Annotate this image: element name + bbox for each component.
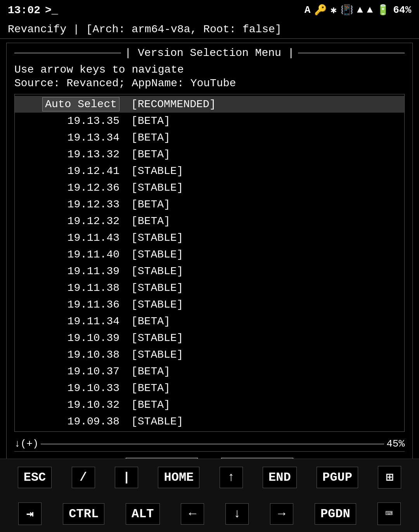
wifi-icon: ▲ (357, 4, 363, 16)
keyboard-key-ALT[interactable]: ALT (126, 503, 160, 525)
version-number: 19.12.32 (23, 215, 131, 227)
version-number: 19.10.38 (23, 349, 131, 361)
progress-pct: 45% (386, 438, 405, 450)
version-number: 19.11.43 (23, 232, 131, 244)
version-number: 19.10.39 (23, 332, 131, 344)
version-tag: [BETA] (131, 315, 396, 327)
keyboard-key-[interactable]: ↑ (220, 467, 243, 488)
version-tag: [STABLE] (131, 165, 396, 177)
battery-pct: 64% (393, 4, 411, 16)
status-bar: 13:02 >_ A 🔑 ✱ 📳 ▲ ▲ 🔋 64% (0, 0, 419, 20)
version-row[interactable]: 19.10.39[STABLE] (15, 330, 404, 346)
version-number: 19.11.40 (23, 249, 131, 261)
version-tag: [STABLE] (131, 282, 396, 294)
version-tag: [BETA] (131, 115, 396, 127)
menu-title-row: | Version Selection Menu | (14, 47, 405, 59)
version-tag: [STABLE] (131, 299, 396, 311)
keyboard-key-[interactable]: ↓ (225, 503, 249, 525)
progress-line (41, 444, 384, 444)
version-tag: [BETA] (131, 198, 396, 210)
nav-hint-text-1: Use arrow keys to navigate (14, 64, 184, 76)
version-tag: [BETA] (131, 382, 396, 394)
title-dash-right (298, 53, 405, 53)
version-tag: [BETA] (131, 148, 396, 160)
version-number: 19.12.36 (23, 182, 131, 194)
keyboard-area: ESC/|HOME↑ENDPGUP⊞ ⇥CTRLALT←↓→PGDN⌨ (0, 459, 419, 532)
version-tag: [RECOMMENDED] (131, 98, 396, 110)
version-tag: [BETA] (131, 399, 396, 411)
version-number: 19.12.41 (23, 165, 131, 177)
keyboard-key-[interactable]: ⊞ (378, 466, 401, 489)
version-row[interactable]: 19.12.41[STABLE] (15, 163, 404, 179)
version-number: 19.12.33 (23, 198, 131, 210)
keyboard-key-CTRL[interactable]: CTRL (63, 503, 104, 525)
progress-indicator: ↓(+) (14, 438, 38, 450)
keyboard-key-HOME[interactable]: HOME (158, 467, 199, 488)
version-list-box[interactable]: Auto Select[RECOMMENDED]19.13.35[BETA]19… (14, 94, 405, 432)
bluetooth-icon: ✱ (331, 4, 337, 16)
version-tag: [STABLE] (131, 332, 396, 344)
nav-hint-2: Source: Revanced; AppName: YouTube (14, 76, 405, 90)
keyboard-key-[interactable]: → (270, 503, 293, 525)
version-number: 19.11.36 (23, 299, 131, 311)
version-tag: [BETA] (131, 215, 396, 227)
keyboard-key-ESC[interactable]: ESC (18, 467, 52, 488)
version-row[interactable]: 19.11.36[STABLE] (15, 296, 404, 313)
keyboard-row-1: ESC/|HOME↑ENDPGUP⊞ (0, 459, 419, 495)
version-row[interactable]: Auto Select[RECOMMENDED] (15, 96, 404, 113)
status-right: A 🔑 ✱ 📳 ▲ ▲ 🔋 64% (305, 4, 411, 16)
version-number: 19.13.32 (23, 148, 131, 160)
version-row[interactable]: 19.11.43[STABLE] (15, 229, 404, 246)
version-row[interactable]: 19.10.32[BETA] (15, 396, 404, 413)
version-row[interactable]: 19.12.36[STABLE] (15, 179, 404, 196)
version-number: Auto Select (23, 98, 131, 110)
keyboard-letter: A (305, 4, 311, 16)
version-row[interactable]: 19.11.39[STABLE] (15, 263, 404, 280)
keyboard-key-END[interactable]: END (263, 467, 297, 488)
version-tag: [BETA] (131, 365, 396, 377)
version-tag: [STABLE] (131, 349, 396, 361)
version-tag: [STABLE] (131, 265, 396, 277)
terminal-area: | Version Selection Menu | Use arrow key… (6, 43, 413, 487)
menu-title: | Version Selection Menu | (121, 47, 298, 59)
title-dash-left (14, 53, 121, 53)
version-row[interactable]: 19.11.38[STABLE] (15, 280, 404, 296)
keyboard-row-2: ⇥CTRLALT←↓→PGDN⌨ (0, 495, 419, 532)
version-row[interactable]: 19.13.34[BETA] (15, 129, 404, 146)
keyboard-key-[interactable]: ⇥ (18, 502, 42, 525)
version-number: 19.11.39 (23, 265, 131, 277)
version-row[interactable]: 19.09.38[STABLE] (15, 413, 404, 430)
vibrate-icon: 📳 (341, 4, 353, 16)
keyboard-key-[interactable]: ← (181, 503, 204, 525)
version-tag: [STABLE] (131, 232, 396, 244)
version-row[interactable]: 19.12.32[BETA] (15, 213, 404, 229)
version-row[interactable]: 19.10.33[BETA] (15, 380, 404, 396)
version-row[interactable]: 19.13.35[BETA] (15, 113, 404, 129)
keyboard-key-[interactable]: | (115, 467, 138, 488)
version-row[interactable]: 19.11.34[BETA] (15, 313, 404, 330)
version-row[interactable]: 19.12.33[BETA] (15, 196, 404, 213)
nav-hint-1: Use arrow keys to navigate (14, 63, 405, 76)
nav-hint-text-2: Source: Revanced; AppName: YouTube (14, 77, 236, 89)
version-row[interactable]: 19.13.32[BETA] (15, 146, 404, 163)
keyboard-key-PGUP[interactable]: PGUP (317, 467, 358, 488)
version-number: 19.13.34 (23, 132, 131, 144)
keyboard-key-[interactable]: / (72, 467, 95, 488)
version-number: 19.13.35 (23, 115, 131, 127)
version-row[interactable]: 19.11.40[STABLE] (15, 246, 404, 263)
version-tag: [STABLE] (131, 249, 396, 261)
version-tag: [STABLE] (131, 416, 396, 428)
version-row[interactable]: 19.10.38[STABLE] (15, 346, 404, 363)
version-number: 19.10.33 (23, 382, 131, 394)
version-number: 19.11.34 (23, 315, 131, 327)
top-info-text: Revancify | [Arch: arm64-v8a, Root: fals… (8, 23, 282, 35)
version-number: 19.10.32 (23, 399, 131, 411)
version-row[interactable]: 19.10.37[BETA] (15, 363, 404, 380)
signal-icon: ▲ (367, 4, 373, 16)
keyboard-key-[interactable]: ⌨ (377, 502, 401, 525)
top-info-bar: Revancify | [Arch: arm64-v8a, Root: fals… (0, 20, 419, 39)
status-left: 13:02 >_ (8, 4, 58, 16)
progress-row: ↓(+) 45% (14, 436, 405, 450)
time: 13:02 (8, 4, 40, 16)
keyboard-key-PGDN[interactable]: PGDN (315, 503, 356, 525)
